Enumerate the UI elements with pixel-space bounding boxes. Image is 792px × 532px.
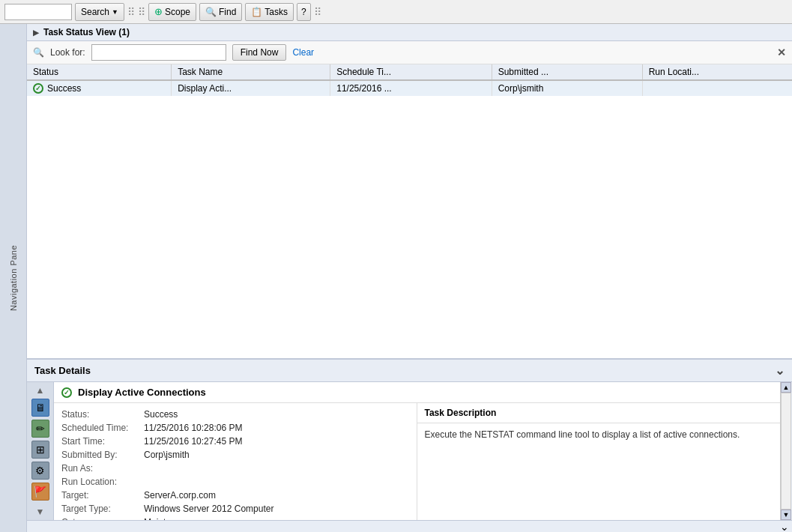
- task-desc-body: Execute the NETSTAT command line tool to…: [417, 423, 781, 446]
- col-task-name[interactable]: Task Name: [172, 64, 330, 80]
- find-button[interactable]: 🔍 Find: [199, 3, 242, 21]
- submitted-by-label: Submitted By:: [61, 450, 144, 460]
- nav-pane-label: Navigation Pane: [9, 245, 18, 311]
- status-value: Success: [144, 409, 178, 420]
- submitted-by-value: Corp\jsmith: [144, 450, 190, 460]
- settings-icon: ⚙: [35, 465, 45, 477]
- left-sidebar: Navigation Pane: [0, 24, 27, 532]
- details-success-icon: ✓: [61, 387, 72, 398]
- details-expand-arrow[interactable]: ⌄: [775, 363, 785, 378]
- scroll-track[interactable]: [781, 393, 791, 510]
- side-icon-edit[interactable]: ✏: [31, 420, 49, 438]
- grid-icon: ⊞: [36, 444, 45, 456]
- detail-row-submitted-by: Submitted By: Corp\jsmith: [61, 450, 409, 460]
- task-table-container: Status Task Name Schedule Ti... Submitte…: [27, 64, 792, 358]
- details-right-col: Task Description Execute the NETSTAT com…: [417, 403, 781, 520]
- tasks-label: Tasks: [264, 7, 288, 17]
- toolbar-grip-2: ⠿: [138, 6, 145, 18]
- task-details-panel: Task Details ⌄ ▲ 🖥 ✏ ⊞: [27, 360, 792, 532]
- detail-row-status: Status: Success: [61, 409, 409, 420]
- find-label: Find: [219, 7, 236, 17]
- search-button[interactable]: Search ▼: [75, 3, 124, 21]
- scope-icon: ⊕: [154, 6, 163, 17]
- side-icon-grid[interactable]: ⊞: [31, 441, 49, 459]
- details-task-name: Display Active Connections: [78, 387, 206, 398]
- start-time-value: 11/25/2016 10:27:45 PM: [144, 436, 242, 447]
- detail-row-start-time: Start Time: 11/25/2016 10:27:45 PM: [61, 436, 409, 447]
- task-status-view: ▶ Task Status View (1) 🔍 Look for: Find …: [27, 24, 792, 360]
- detail-row-run-as: Run As:: [61, 463, 409, 474]
- find-now-button[interactable]: Find Now: [232, 44, 287, 61]
- col-run-location[interactable]: Run Locati...: [642, 64, 792, 80]
- scroll-down-chevron[interactable]: ⌄: [780, 521, 789, 533]
- target-value: ServerA.corp.com: [144, 490, 216, 501]
- detail-row-target: Target: ServerA.corp.com: [61, 490, 409, 501]
- details-content: ▲ 🖥 ✏ ⊞ ⚙ 🚩 ▼: [27, 382, 792, 520]
- task-status-header: ▶ Task Status View (1): [27, 24, 792, 41]
- col-schedule-time[interactable]: Schedule Ti...: [330, 64, 492, 80]
- edit-icon: ✏: [36, 423, 45, 435]
- collapse-arrow[interactable]: ▶: [33, 28, 39, 37]
- details-left-col: Status: Success Scheduled Time: 11/25/20…: [54, 403, 417, 520]
- find-icon-small: 🔍: [33, 47, 44, 58]
- scroll-up-arrow[interactable]: ▲: [36, 385, 45, 396]
- flag-icon: 🚩: [34, 486, 46, 498]
- toolbar-grip-3: ⠿: [314, 6, 321, 18]
- task-table: Status Task Name Schedule Ti... Submitte…: [27, 64, 792, 96]
- scroll-up-btn[interactable]: ▲: [781, 382, 791, 393]
- details-main: ✓ Display Active Connections Status: Suc…: [54, 382, 780, 520]
- scroll-down-arrow[interactable]: ▼: [36, 507, 45, 517]
- scope-label: Scope: [165, 7, 190, 17]
- look-for-label: Look for:: [50, 47, 85, 58]
- side-icon-monitor[interactable]: 🖥: [31, 399, 49, 417]
- cell-schedule-time: 11/25/2016 ...: [330, 80, 492, 96]
- scheduled-time-value: 11/25/2016 10:28:06 PM: [144, 423, 242, 433]
- success-icon: ✓: [33, 83, 43, 94]
- monitor-icon: 🖥: [35, 402, 46, 414]
- detail-row-target-type: Target Type: Windows Server 2012 Compute…: [61, 504, 409, 514]
- tasks-button[interactable]: 📋 Tasks: [245, 3, 294, 21]
- toolbar-grip-1: ⠿: [127, 6, 135, 18]
- find-bar: 🔍 Look for: Find Now Clear ✕: [27, 41, 792, 64]
- help-button[interactable]: ?: [297, 3, 311, 21]
- details-columns: Status: Success Scheduled Time: 11/25/20…: [54, 403, 780, 520]
- scheduled-time-label: Scheduled Time:: [61, 423, 144, 433]
- run-as-label: Run As:: [61, 463, 144, 474]
- search-dropdown-arrow: ▼: [112, 8, 118, 16]
- search-input[interactable]: [4, 4, 72, 20]
- search-label: Search: [81, 7, 109, 17]
- table-row[interactable]: ✓ Success Display Acti... 11/25/2016 ...…: [27, 80, 792, 96]
- look-for-input[interactable]: [91, 44, 226, 61]
- details-task-header: ✓ Display Active Connections: [54, 382, 780, 403]
- main-toolbar: Search ▼ ⠿ ⠿ ⊕ Scope 🔍 Find 📋 Tasks ? ⠿: [0, 0, 792, 24]
- side-icon-settings[interactable]: ⚙: [31, 462, 49, 480]
- close-find-button[interactable]: ✕: [777, 46, 786, 58]
- col-submitted[interactable]: Submitted ...: [492, 64, 642, 80]
- right-panel: ▶ Task Status View (1) 🔍 Look for: Find …: [27, 24, 792, 532]
- col-status[interactable]: Status: [27, 64, 172, 80]
- tasks-icon: 📋: [251, 7, 262, 17]
- clear-link[interactable]: Clear: [292, 47, 314, 58]
- status-label: Status:: [61, 409, 144, 420]
- bottom-scrollbar: ⌄: [27, 520, 792, 532]
- task-desc-header: Task Description: [417, 403, 781, 423]
- scope-button[interactable]: ⊕ Scope: [148, 3, 196, 21]
- details-title: Task Details: [34, 365, 91, 376]
- cell-status: ✓ Success: [27, 80, 172, 96]
- scroll-down-btn[interactable]: ▼: [781, 510, 791, 520]
- detail-row-scheduled-time: Scheduled Time: 11/25/2016 10:28:06 PM: [61, 423, 409, 433]
- target-type-value: Windows Server 2012 Computer: [144, 504, 273, 514]
- details-scrollbar[interactable]: ▲ ▼: [780, 382, 792, 520]
- cell-task-name: Display Acti...: [172, 80, 330, 96]
- details-header: Task Details ⌄: [27, 360, 792, 382]
- detail-row-run-location: Run Location:: [61, 477, 409, 487]
- cell-submitted: Corp\jsmith: [492, 80, 642, 96]
- task-status-title: Task Status View (1): [43, 27, 130, 37]
- cell-run-location: [642, 80, 792, 96]
- table-header-row: Status Task Name Schedule Ti... Submitte…: [27, 64, 792, 80]
- main-area: Navigation Pane ▶ Task Status View (1) 🔍…: [0, 24, 792, 532]
- status-text: Success: [47, 83, 81, 94]
- target-label: Target:: [61, 490, 144, 501]
- left-icons-col: ▲ 🖥 ✏ ⊞ ⚙ 🚩 ▼: [27, 382, 54, 520]
- side-icon-flag[interactable]: 🚩: [31, 483, 49, 501]
